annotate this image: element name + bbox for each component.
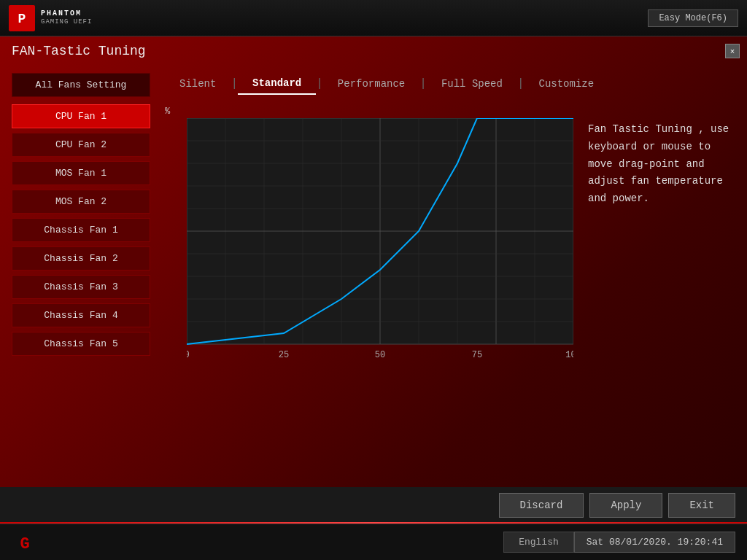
header: P PHANTOM GAMING UEFI Easy Mode(F6) (0, 0, 747, 36)
tab-standard[interactable]: Standard (238, 73, 316, 95)
tab-full-speed[interactable]: Full Speed (427, 74, 517, 94)
svg-text:0: 0 (187, 350, 190, 359)
logo-area: P PHANTOM GAMING UEFI (9, 5, 92, 31)
svg-text:50: 50 (375, 350, 385, 359)
chart-area: % (165, 106, 735, 359)
sidebar-fan-mos-fan-2[interactable]: MOS Fan 2 (12, 190, 150, 214)
footer-buttons: Discard Apply Exit (0, 487, 747, 524)
sidebar-fan-chassis-fan-1[interactable]: Chassis Fan 1 (12, 218, 150, 242)
tab-separator-4: | (517, 77, 525, 90)
body-layout: All Fans Setting CPU Fan 1CPU Fan 2MOS F… (12, 73, 735, 359)
sidebar-fan-cpu-fan-1[interactable]: CPU Fan 1 (12, 104, 150, 128)
fan-list: CPU Fan 1CPU Fan 2MOS Fan 1MOS Fan 2Chas… (12, 104, 150, 356)
apply-button[interactable]: Apply (589, 493, 662, 518)
sidebar-fan-mos-fan-1[interactable]: MOS Fan 1 (12, 161, 150, 185)
page-title: FAN-Tastic Tuning (12, 44, 735, 58)
tab-customize[interactable]: Customize (525, 74, 609, 94)
sidebar-fan-cpu-fan-2[interactable]: CPU Fan 2 (12, 133, 150, 157)
right-content: Silent | Standard | Performance | Full S… (165, 73, 735, 359)
close-button[interactable]: × (725, 44, 740, 58)
phantom-gaming-logo: P (9, 5, 35, 31)
tab-separator-2: | (316, 77, 323, 90)
datetime-display: Sat 08/01/2020. 19:20:41 (574, 532, 735, 553)
svg-text:100: 100 (565, 350, 573, 359)
logo-text: PHANTOM GAMING UEFI (41, 9, 92, 27)
y-axis-label: % (165, 106, 170, 117)
description-text: Fan Tastic Tuning , use keyboard or mous… (588, 106, 734, 359)
status-bar: G English Sat 08/01/2020. 19:20:41 (0, 524, 747, 560)
discard-button[interactable]: Discard (499, 493, 584, 518)
tabs-bar: Silent | Standard | Performance | Full S… (165, 73, 735, 95)
svg-text:25: 25 (279, 350, 289, 359)
status-bar-logo: G (12, 529, 38, 556)
sidebar-fan-chassis-fan-4[interactable]: Chassis Fan 4 (12, 303, 150, 327)
chart-wrapper: 100 50 0 0 25 50 75 100 °C (187, 118, 573, 359)
main-content: FAN-Tastic Tuning × All Fans Setting CPU… (0, 36, 747, 524)
all-fans-button[interactable]: All Fans Setting (12, 73, 150, 97)
tab-separator-3: | (419, 77, 427, 90)
svg-text:P: P (18, 12, 26, 26)
fan-curve-chart[interactable]: 100 50 0 0 25 50 75 100 °C (187, 118, 573, 359)
sidebar-fan-chassis-fan-3[interactable]: Chassis Fan 3 (12, 275, 150, 299)
svg-text:G: G (20, 535, 29, 553)
language-selector[interactable]: English (503, 532, 574, 553)
tab-silent[interactable]: Silent (165, 74, 231, 94)
tab-separator-1: | (231, 77, 238, 90)
svg-text:75: 75 (472, 350, 482, 359)
exit-button[interactable]: Exit (668, 493, 735, 518)
sidebar-fan-chassis-fan-5[interactable]: Chassis Fan 5 (12, 332, 150, 356)
easy-mode-button[interactable]: Easy Mode(F6) (648, 9, 738, 27)
sidebar-fan-chassis-fan-2[interactable]: Chassis Fan 2 (12, 246, 150, 271)
tab-performance[interactable]: Performance (323, 74, 419, 94)
chart-container: % (165, 106, 573, 359)
sidebar: All Fans Setting CPU Fan 1CPU Fan 2MOS F… (12, 73, 150, 359)
